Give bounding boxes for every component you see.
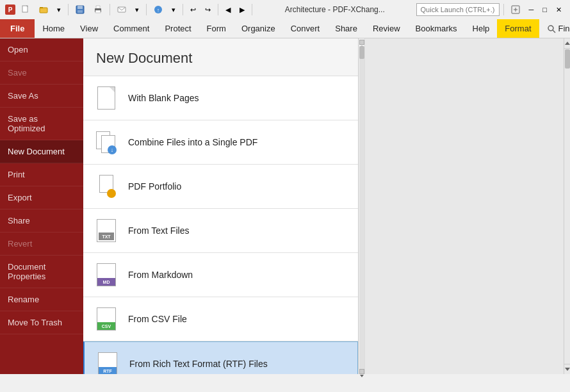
main-layout: Open Save Save As Save as Optimized New … [0,38,570,374]
svg-marker-23 [565,42,570,45]
svg-text:↑: ↑ [157,7,160,13]
svg-rect-9 [96,6,100,8]
option-markdown[interactable]: MD From Markdown [83,253,358,297]
sidebar-item-move-trash[interactable]: Move To Trash [0,311,83,334]
email-dropdown-btn[interactable]: ▾ [132,3,142,17]
sidebar-item-open[interactable]: Open [0,38,83,61]
csv-icon: CSV [94,305,119,333]
new-icon [21,5,30,14]
title-text: Architecture - PDF-XChang... [256,5,414,14]
svg-rect-7 [77,10,83,13]
sep2 [110,4,110,15]
option-text[interactable]: TXT From Text Files [83,209,358,253]
txt-badge: TXT [99,233,114,240]
menu-share[interactable]: Share [327,19,365,38]
svg-rect-6 [77,6,83,9]
menu-convert[interactable]: Convert [283,19,328,38]
menu-bookmarks[interactable]: Bookmarks [408,19,465,38]
app-icon: P [5,4,15,15]
maximize-btn[interactable]: □ [539,3,550,17]
option-csv-label: From CSV File [128,314,187,324]
close-btn[interactable]: ✕ [553,3,565,17]
sidebar: Open Save Save As Save as Optimized New … [0,38,83,374]
csv-badge: CSV [97,322,115,330]
option-combine[interactable]: ↓ Combine Files into a Single PDF [83,120,358,165]
back-btn[interactable]: ◀ [222,3,234,17]
sep4 [183,4,183,15]
undo-btn[interactable]: ↩ [187,3,199,17]
redo-btn[interactable]: ↪ [202,3,214,17]
vscroll-down-icon [565,368,570,371]
save-icon [76,5,85,14]
open-btn[interactable] [36,3,51,17]
md-icon: MD [94,261,119,289]
combine-arrow: ↓ [108,145,117,154]
vscroll-thumb[interactable] [565,49,570,69]
menu-comment[interactable]: Comment [106,19,157,38]
svg-rect-2 [22,6,28,12]
scroll-up-btn[interactable] [359,40,364,45]
sidebar-item-export[interactable]: Export [0,186,83,209]
menu-organize[interactable]: Organize [234,19,283,38]
content-area: New Document With Blank Pages ↓ [83,38,570,374]
menu-file[interactable]: File [0,19,35,38]
sep1 [68,4,69,15]
sidebar-item-print[interactable]: Print [0,163,83,186]
print-btn[interactable] [90,3,106,17]
svg-marker-22 [360,375,364,377]
menu-home[interactable]: Home [35,19,72,38]
sep6 [252,4,252,15]
combine-shape: ↓ [96,130,117,154]
right-area [365,38,564,374]
option-combine-label: Combine Files into a Single PDF [128,137,257,147]
panel-title: New Document [83,38,358,76]
vscroll-down-btn[interactable] [564,364,570,374]
rtf-icon: RTF [95,350,120,374]
email-icon [117,5,126,14]
menu-review[interactable]: Review [365,19,408,38]
email-btn[interactable] [114,3,129,17]
zoom-btn[interactable] [508,3,523,17]
option-rtf[interactable]: RTF From Rich Text Format (RTF) Files [83,341,358,374]
search-input[interactable] [416,3,500,16]
portfolio-icon [94,172,119,200]
option-markdown-label: From Markdown [128,270,193,280]
sidebar-item-new-document[interactable]: New Document [0,140,83,163]
save-btn[interactable] [72,3,88,17]
sidebar-item-save: Save [0,61,83,85]
new-doc-panel: New Document With Blank Pages ↓ [83,38,359,374]
scroll-track [359,46,364,369]
combine-icon: ↓ [94,128,119,156]
menu-form[interactable]: Form [199,19,234,38]
scroll-thumb[interactable] [359,46,364,59]
panel-scrollbar[interactable] [359,38,365,374]
sidebar-item-share[interactable]: Share [0,209,83,233]
vscroll-up-btn[interactable] [564,38,570,49]
sidebar-item-save-optimized[interactable]: Save as Optimized [0,108,83,140]
svg-rect-3 [40,8,47,13]
svg-text:P: P [8,6,13,13]
sidebar-item-save-as[interactable]: Save As [0,85,83,108]
svg-rect-10 [95,10,101,13]
menu-find[interactable]: Find... [539,19,571,38]
option-csv[interactable]: CSV From CSV File [83,297,358,341]
scroll-down-btn[interactable] [359,369,364,374]
send-dropdown-btn[interactable]: ▾ [168,3,179,17]
sidebar-item-rename[interactable]: Rename [0,288,83,311]
menu-protect[interactable]: Protect [157,19,199,38]
open-dropdown-btn[interactable]: ▾ [54,3,64,17]
menu-format[interactable]: Format [497,19,539,38]
option-portfolio[interactable]: PDF Portfolio [83,165,358,209]
forward-btn[interactable]: ▶ [236,3,248,17]
option-blank[interactable]: With Blank Pages [83,76,358,120]
menu-view[interactable]: View [72,19,106,38]
menu-help[interactable]: Help [465,19,498,38]
minimize-btn[interactable]: ─ [526,3,537,17]
svg-rect-4 [40,7,43,8]
sidebar-item-doc-props[interactable]: Document Properties [0,256,83,288]
new-btn[interactable] [18,3,33,17]
option-portfolio-label: PDF Portfolio [128,181,181,192]
txt-icon: TXT [94,216,119,245]
send-btn[interactable]: ↑ [151,3,166,17]
main-vscroll[interactable] [564,38,570,374]
